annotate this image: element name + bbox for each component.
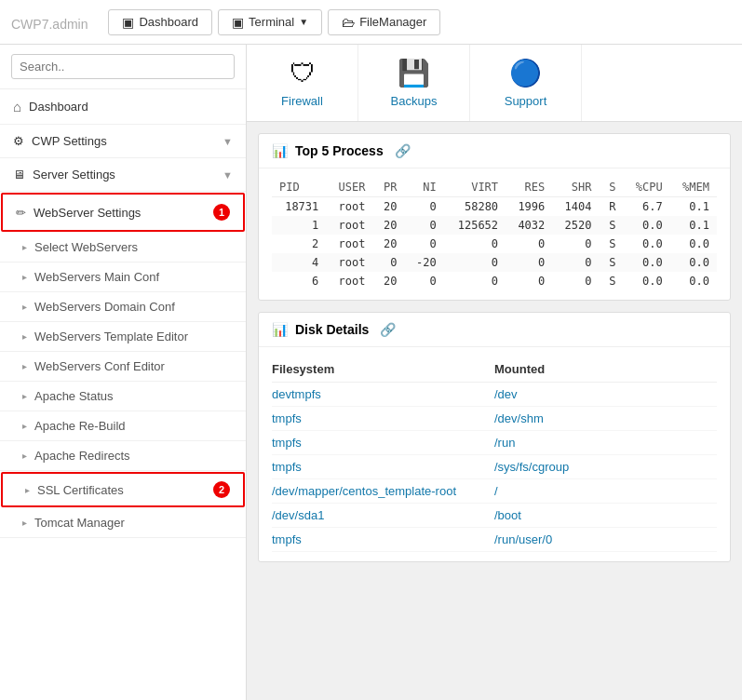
bar-chart-icon: 📊 (272, 143, 288, 158)
table-cell: 6.7 (624, 197, 670, 217)
chevron-down-icon: ▼ (223, 169, 233, 181)
dashboard-icon: ▣ (122, 15, 134, 30)
support-icon: 🔵 (509, 58, 542, 88)
table-cell: 0 (373, 253, 405, 272)
table-row: 18731root2005828019961404R6.70.1 (272, 197, 717, 217)
table-cell: 0 (552, 235, 599, 253)
table-cell: 0.0 (624, 216, 670, 235)
sidebar-item-label: WebServers Template Editor (34, 330, 188, 343)
sidebar-item-webservers-main-conf[interactable]: ▸ WebServers Main Conf (0, 262, 246, 292)
sidebar-item-tomcat-manager[interactable]: ▸ Tomcat Manager (0, 508, 246, 538)
table-cell: S (600, 272, 624, 290)
process-table: PID USER PR NI VIRT RES SHR S %CPU %MEM (272, 178, 717, 290)
table-cell: 1996 (506, 197, 552, 217)
table-cell: 20 (373, 197, 405, 217)
chevron-right-icon: ▸ (22, 451, 27, 461)
disk-filesystem-cell: tmpfs (272, 407, 494, 431)
table-cell: 0 (444, 253, 506, 272)
disk-mounted-cell: / (494, 479, 717, 504)
terminal-label: Terminal (249, 15, 294, 29)
table-cell: 0.0 (670, 235, 717, 253)
disk-filesystem-cell: /dev/mapper/centos_template-root (272, 479, 494, 504)
filemanager-label: FileManager (359, 15, 426, 29)
sidebar-item-webservers-domain-conf[interactable]: ▸ WebServers Domain Conf (0, 292, 246, 322)
table-cell: 0 (552, 253, 599, 272)
sidebar-item-dashboard[interactable]: ⌂ Dashboard (0, 89, 246, 125)
quick-link-firewall[interactable]: 🛡 Firewall (247, 45, 358, 121)
terminal-arrow-icon: ▼ (299, 17, 308, 27)
disk-details-panel: 📊 Disk Details 🔗 Filesystem Mounted devt… (258, 312, 731, 562)
sidebar-item-select-webservers[interactable]: ▸ Select WebServers (0, 233, 246, 262)
brand-logo: CWP7.admin (11, 10, 88, 34)
table-cell: 1404 (552, 197, 599, 217)
chevron-right-icon: ▸ (22, 421, 27, 431)
sidebar-item-apache-status[interactable]: ▸ Apache Status (0, 382, 246, 411)
server-settings-icon: 🖥 (13, 168, 25, 182)
link-icon[interactable]: 🔗 (380, 322, 396, 337)
table-cell: -20 (405, 253, 444, 272)
table-cell: 6 (272, 272, 326, 290)
table-row: 1root20012565240322520S0.00.1 (272, 216, 717, 235)
chevron-right-icon: ▸ (22, 272, 27, 282)
sidebar-item-cwp-settings[interactable]: ⚙ CWP Settings ▼ (0, 125, 246, 158)
table-cell: 0.1 (670, 197, 717, 217)
sidebar-item-apache-rebuild[interactable]: ▸ Apache Re-Build (0, 411, 246, 441)
quick-link-label: Firewall (281, 94, 323, 108)
chevron-down-icon: ▼ (223, 136, 233, 147)
chevron-right-icon: ▸ (22, 361, 27, 371)
table-cell: 0 (506, 272, 552, 290)
top5-process-body: PID USER PR NI VIRT RES SHR S %CPU %MEM (259, 168, 730, 300)
sidebar-item-label: WebServers Conf Editor (34, 359, 165, 373)
sidebar-item-ssl-certificates[interactable]: ▸ SSL Certificates 2 (1, 472, 245, 507)
search-input[interactable] (11, 54, 235, 79)
sidebar-item-webserver-settings[interactable]: ✏ WebServer Settings 1 (1, 193, 245, 232)
terminal-icon: ▣ (232, 15, 244, 30)
content-area: 🛡 Firewall 💾 Backups 🔵 Support 📊 Top 5 P… (247, 45, 742, 700)
col-pid: PID (272, 178, 326, 197)
backups-icon: 💾 (398, 58, 430, 88)
table-cell: 0 (506, 235, 552, 253)
chevron-right-icon: ▸ (22, 302, 27, 312)
top5-process-panel: 📊 Top 5 Process 🔗 PID USER PR NI VIRT RE… (258, 133, 731, 301)
sidebar-item-webservers-conf-editor[interactable]: ▸ WebServers Conf Editor (0, 352, 246, 382)
col-ni: NI (405, 178, 444, 197)
table-cell: root (326, 272, 372, 290)
disk-mounted-cell: /run (494, 431, 717, 455)
table-cell: 0 (405, 197, 444, 217)
sidebar-item-label: WebServers Main Conf (34, 270, 159, 284)
col-pr: PR (373, 178, 405, 197)
quick-link-support[interactable]: 🔵 Support (470, 45, 582, 121)
sidebar-item-webservers-template-editor[interactable]: ▸ WebServers Template Editor (0, 322, 246, 352)
table-cell: 125652 (444, 216, 506, 235)
sidebar-item-label: Apache Re-Build (34, 419, 126, 433)
col-shr: SHR (552, 178, 599, 197)
dashboard-label: Dashboard (139, 15, 198, 29)
table-cell: 4 (272, 253, 326, 272)
dashboard-button[interactable]: ▣ Dashboard (108, 9, 212, 35)
disk-filesystem-cell: tmpfs (272, 528, 494, 552)
chevron-right-icon: ▸ (25, 485, 30, 495)
top5-process-title: Top 5 Process (295, 143, 384, 158)
sidebar-item-label: WebServer Settings (34, 206, 202, 220)
sidebar-item-server-settings[interactable]: 🖥 Server Settings ▼ (0, 158, 246, 192)
filemanager-button[interactable]: 🗁 FileManager (328, 9, 440, 35)
table-cell: 20 (373, 235, 405, 253)
badge-1: 1 (213, 204, 230, 221)
quick-link-backups[interactable]: 💾 Backups (358, 45, 470, 121)
table-cell: root (326, 253, 372, 272)
disk-mounted-cell: /sys/fs/cgroup (494, 455, 717, 479)
disk-col-filesystem: Filesystem (272, 357, 494, 383)
firewall-icon: 🛡 (290, 58, 316, 88)
table-cell: 0.0 (670, 272, 717, 290)
disk-filesystem-cell: tmpfs (272, 431, 494, 455)
sidebar-item-label: Tomcat Manager (34, 516, 125, 530)
sidebar-item-apache-redirects[interactable]: ▸ Apache Redirects (0, 441, 246, 471)
table-cell: R (600, 197, 624, 217)
disk-mounted-cell: /dev (494, 383, 717, 407)
terminal-button[interactable]: ▣ Terminal ▼ (218, 9, 322, 35)
disk-col-mounted: Mounted (494, 357, 717, 383)
link-icon[interactable]: 🔗 (395, 143, 411, 158)
quick-link-label: Support (505, 94, 547, 108)
table-row: 2root200000S0.00.0 (272, 235, 717, 253)
chevron-right-icon: ▸ (22, 518, 27, 528)
